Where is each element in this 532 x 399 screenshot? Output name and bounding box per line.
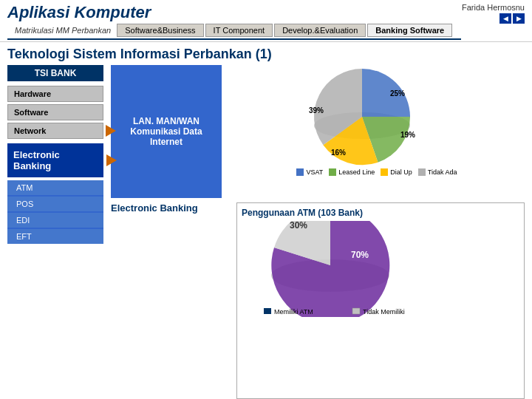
electronic-banking-box[interactable]: Electronic Banking	[7, 143, 103, 177]
network-arrow	[106, 125, 116, 137]
pie-legend: VSAT Leased Line Dial Up Tidak Ada	[296, 168, 457, 176]
page-title: Teknologi Sistem Informasi Perbankan (1)	[0, 42, 532, 65]
svg-text:16%: 16%	[331, 149, 346, 157]
sidebar-item-software[interactable]: Software	[7, 104, 103, 120]
eb-bottom-title: Electronic Banking	[111, 202, 229, 399]
legend-dialup-box	[381, 168, 388, 176]
author-label: Farida Hermosnu	[462, 3, 525, 12]
lan-box: LAN. MAN/WAN Komunikasi Data Internet	[111, 65, 222, 198]
legend-leased-box	[329, 168, 336, 176]
right-content: LAN. MAN/WAN Komunikasi Data Internet	[111, 65, 525, 399]
app-title: Aplikasi Komputer	[7, 3, 461, 22]
svg-rect-14	[352, 308, 360, 314]
eb-arrow	[106, 154, 117, 166]
tab-banking-software[interactable]: Banking Software	[367, 24, 452, 37]
eb-pos[interactable]: POS	[7, 197, 103, 211]
svg-text:70%: 70%	[351, 250, 369, 260]
nav-label: Matrikulasi MM Perbankan	[15, 26, 111, 35]
svg-text:39%: 39%	[309, 106, 324, 115]
prev-arrow[interactable]: ◀	[499, 13, 511, 24]
tab-develop-evaluation[interactable]: Develop.&Evaluation	[274, 24, 366, 37]
sidebar-item-hardware[interactable]: Hardware	[7, 86, 103, 102]
chart-area-top: LAN. MAN/WAN Komunikasi Data Internet	[111, 65, 525, 198]
network-pie-chart: 25% 19% 16% 39%	[296, 65, 458, 168]
atm-chart-container: Penggunaan ATM (103 Bank) 70% 30%	[236, 202, 525, 399]
tab-software-business[interactable]: Software&Business	[117, 24, 203, 37]
legend-tidak-box	[418, 168, 426, 176]
atm-pie-chart: 70% 30% Memiliki ATM Tidak Memiliki	[242, 221, 449, 317]
sidebar: TSI BANK Hardware Software Network Elect…	[7, 65, 103, 399]
atm-chart-title: Penggunaan ATM (103 Bank)	[242, 208, 519, 218]
eb-eft[interactable]: EFT	[7, 229, 103, 244]
next-arrow[interactable]: ▶	[513, 13, 525, 24]
svg-rect-12	[264, 308, 271, 314]
tab-it-component[interactable]: IT Component	[205, 24, 273, 37]
svg-text:30%: 30%	[290, 221, 307, 231]
nav-bar: Matrikulasi MM Perbankan Software&Busine…	[7, 22, 461, 40]
pie-container: 25% 19% 16% 39% VSAT Leased Line	[229, 65, 525, 198]
nav-arrows: ◀ ▶	[499, 13, 525, 24]
legend-tidak: Tidak Ada	[418, 168, 457, 176]
bottom-area: Electronic Banking Penggunaan ATM (103 B…	[111, 202, 525, 399]
sidebar-item-network[interactable]: Network	[7, 123, 103, 139]
svg-text:19%: 19%	[400, 131, 415, 139]
tsi-bank-label: TSI BANK	[7, 65, 103, 81]
eb-sub-items: ATM POS EDI EFT	[7, 180, 103, 244]
svg-text:Tidak Memiliki: Tidak Memiliki	[363, 308, 405, 316]
eb-atm[interactable]: ATM	[7, 180, 103, 195]
legend-vsat-box	[296, 168, 304, 176]
legend-leased: Leased Line	[329, 168, 375, 176]
legend-vsat: VSAT	[296, 168, 323, 176]
header: Aplikasi Komputer Matrikulasi MM Perbank…	[0, 0, 532, 42]
svg-text:25%: 25%	[390, 89, 405, 98]
eb-edi[interactable]: EDI	[7, 213, 103, 228]
main-content: TSI BANK Hardware Software Network Elect…	[0, 65, 532, 399]
svg-text:Memiliki ATM: Memiliki ATM	[274, 308, 313, 316]
legend-dialup: Dial Up	[381, 168, 412, 176]
